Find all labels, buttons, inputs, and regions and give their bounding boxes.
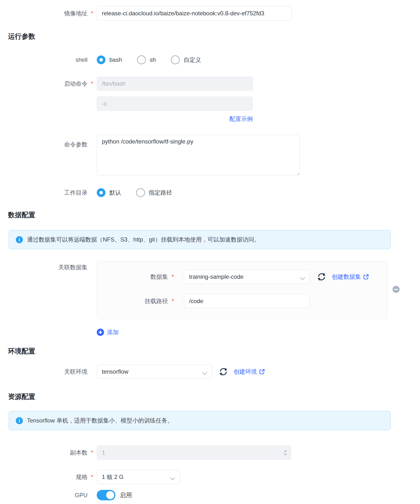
chevron-down-icon	[202, 370, 207, 377]
add-link-label: 添加	[107, 328, 119, 336]
required-marker: *	[88, 473, 97, 481]
radio-unselected-icon	[171, 55, 180, 64]
radio-option-label: 指定路径	[149, 189, 172, 197]
start-command-input	[97, 77, 253, 91]
chevron-down-icon	[170, 475, 175, 482]
spec-select[interactable]: 1 核 2 G	[97, 470, 180, 484]
gpu-toggle[interactable]	[97, 490, 115, 500]
shell-label: shell	[0, 55, 88, 64]
replicas-input	[97, 446, 291, 460]
radio-selected-icon	[97, 55, 105, 64]
create-environment-link-label: 创建环境	[234, 368, 257, 376]
radio-option-label: sh	[150, 56, 156, 63]
section-title-data-config: 数据配置	[8, 211, 420, 219]
required-marker: *	[88, 9, 97, 18]
radio-unselected-icon	[137, 55, 146, 64]
gpu-label: GPU	[0, 491, 88, 500]
add-row: 添加	[0, 328, 420, 336]
radio-option-custom[interactable]: 自定义	[171, 55, 201, 64]
radio-option-sh[interactable]: sh	[137, 55, 156, 64]
external-link-icon	[363, 274, 369, 280]
replicas-label: 副本数	[0, 448, 88, 457]
field-row-start-command-arg	[0, 97, 420, 111]
field-row-environment: 关联环境 tensorflow 创建环境	[0, 365, 420, 379]
external-link-icon	[259, 369, 265, 375]
section-title-run-params: 运行参数	[8, 32, 420, 41]
refresh-icon[interactable]	[219, 367, 228, 376]
image-address-input[interactable]	[97, 6, 292, 21]
working-dir-label: 工作目录	[0, 188, 88, 197]
alert-text: 通过数据集可以将远端数据（NFS、S3、http、git）挂载到本地使用，可以加…	[27, 236, 260, 243]
section-title-env-config: 环境配置	[8, 347, 420, 355]
gpu-toggle-state-label: 启用	[120, 491, 132, 499]
required-marker: *	[88, 448, 97, 457]
create-dataset-link[interactable]: 创建数据集	[332, 273, 369, 281]
radio-option-label: 自定义	[184, 56, 201, 64]
field-row-image-address: 镜像地址 *	[0, 6, 420, 21]
mount-path-row: 挂载路径 *	[97, 294, 387, 308]
number-stepper	[283, 450, 287, 456]
start-command-label: 启动命令	[0, 79, 88, 88]
field-row-spec: 规格 * 1 核 2 G	[0, 470, 420, 484]
command-args-label: 命令参数	[0, 135, 88, 149]
training-job-form: 镜像地址 * 运行参数 shell bash sh 自定义 启动命令 *	[0, 0, 420, 504]
dataset-select-value: training-sample-code	[189, 273, 244, 280]
mount-path-input[interactable]	[184, 294, 310, 308]
info-icon: i	[16, 236, 23, 243]
chevron-down-icon	[300, 275, 305, 282]
dataset-info-alert: i 通过数据集可以将远端数据（NFS、S3、http、git）挂载到本地使用，可…	[9, 230, 391, 249]
example-link-row: 配置示例	[0, 116, 420, 123]
radio-selected-icon	[97, 188, 105, 197]
remove-dataset-button[interactable]	[393, 286, 400, 293]
environment-label: 关联环境	[0, 367, 88, 376]
dataset-group-label: 关联数据集	[0, 261, 88, 272]
dataset-row: 数据集 * training-sample-code	[97, 270, 387, 284]
config-example-link[interactable]: 配置示例	[229, 115, 253, 123]
create-environment-link[interactable]: 创建环境	[234, 368, 265, 376]
radio-option-label: bash	[109, 56, 122, 63]
spec-select-value: 1 核 2 G	[102, 473, 123, 481]
field-row-start-command: 启动命令 *	[0, 77, 420, 91]
radio-option-specified-path[interactable]: 指定路径	[136, 188, 172, 197]
radio-unselected-icon	[136, 188, 145, 197]
radio-option-label: 默认	[109, 189, 121, 197]
alert-text: Tensorflow 单机，适用于数据集小、模型小的训练任务。	[27, 417, 173, 424]
stepper-down-icon	[283, 454, 287, 456]
refresh-icon[interactable]	[317, 272, 326, 281]
spec-label: 规格	[0, 473, 88, 481]
start-command-arg-input	[97, 97, 253, 111]
toggle-knob	[106, 491, 114, 499]
dataset-panel: 数据集 * training-sample-code	[97, 261, 387, 319]
required-marker: *	[88, 79, 97, 88]
required-marker: *	[168, 298, 178, 305]
environment-select-value: tensorflow	[102, 368, 128, 375]
radio-option-default[interactable]: 默认	[97, 188, 121, 197]
resource-info-alert: i Tensorflow 单机，适用于数据集小、模型小的训练任务。	[9, 411, 391, 430]
section-title-resource-config: 资源配置	[8, 393, 420, 401]
image-address-label: 镜像地址	[0, 9, 88, 18]
stepper-up-icon	[283, 450, 287, 452]
create-dataset-link-label: 创建数据集	[332, 273, 361, 281]
radio-option-bash[interactable]: bash	[97, 55, 122, 64]
field-row-shell: shell bash sh 自定义	[0, 55, 420, 64]
info-icon: i	[16, 417, 23, 424]
field-row-dataset-group: 关联数据集 数据集 * training-sample-code	[0, 261, 420, 319]
dataset-label: 数据集	[97, 273, 168, 281]
required-marker: *	[168, 273, 178, 280]
mount-path-label: 挂载路径	[97, 297, 168, 305]
environment-select[interactable]: tensorflow	[97, 365, 212, 379]
command-args-textarea[interactable]: python /code/tensorflow/tf-single.py	[97, 135, 300, 175]
field-row-gpu: GPU 启用	[0, 490, 420, 500]
field-row-replicas: 副本数 *	[0, 446, 420, 460]
plus-icon	[97, 329, 104, 336]
field-row-working-dir: 工作目录 默认 指定路径	[0, 188, 420, 197]
add-dataset-link[interactable]: 添加	[97, 328, 119, 336]
field-row-command-args: 命令参数 python /code/tensorflow/tf-single.p…	[0, 135, 420, 175]
dataset-select[interactable]: training-sample-code	[184, 270, 310, 284]
